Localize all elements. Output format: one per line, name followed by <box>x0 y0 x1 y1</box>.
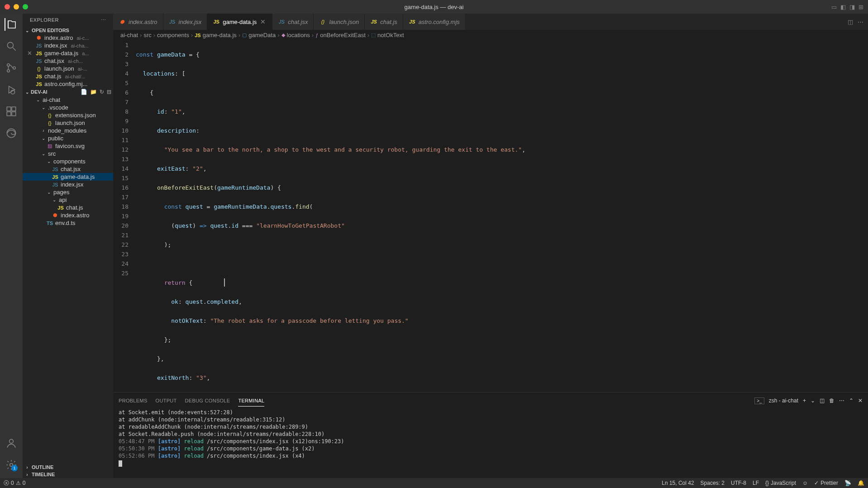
editor-tab[interactable]: JSchat.jsx <box>272 14 314 30</box>
settings-badge: 1 <box>11 465 18 471</box>
extensions-icon[interactable] <box>5 105 18 118</box>
file-item[interactable]: JSgame-data.js <box>23 173 113 181</box>
toggle-sidebar-icon[interactable]: ◧ <box>840 4 846 10</box>
folder-item[interactable]: ⌄api <box>23 196 113 204</box>
output-tab[interactable]: OUTPUT <box>156 395 177 406</box>
file-item[interactable]: JSindex.jsx <box>23 181 113 188</box>
split-editor-icon[interactable]: ◫ <box>848 19 853 25</box>
open-editors-list: ⬢index.astroai-c... JSindex.jsxai-cha...… <box>23 34 113 88</box>
status-language[interactable]: {}JavaScript <box>765 480 796 486</box>
status-cursor-position[interactable]: Ln 15, Col 42 <box>662 480 694 486</box>
close-window-button[interactable] <box>5 4 10 10</box>
open-editor-item[interactable]: ✕JSgame-data.jsa... <box>23 49 113 57</box>
breadcrumbs[interactable]: ai-chat› src› components› JSgame-data.js… <box>113 30 868 40</box>
problems-tab[interactable]: PROBLEMS <box>119 395 148 406</box>
terminal-label[interactable]: zsh - ai-chat <box>769 397 798 404</box>
status-encoding[interactable]: UTF-8 <box>731 480 746 486</box>
chevron-right-icon: › <box>24 465 30 470</box>
folder-item[interactable]: ⌄ai-chat <box>23 96 113 104</box>
close-panel-icon[interactable]: ✕ <box>858 397 863 404</box>
new-terminal-icon[interactable]: + <box>803 397 806 404</box>
new-file-icon[interactable]: 📄 <box>81 89 87 95</box>
folder-item[interactable]: ⌄public <box>23 134 113 142</box>
folder-item[interactable]: ⌄.vscode <box>23 104 113 111</box>
split-terminal-icon[interactable]: ◫ <box>820 397 825 404</box>
open-editor-item[interactable]: ⬢index.astroai-c... <box>23 34 113 42</box>
edge-icon[interactable] <box>5 127 18 139</box>
editor-tab[interactable]: {}launch.json <box>314 14 365 30</box>
file-item[interactable]: JSchat.jsx <box>23 165 113 173</box>
open-editor-item[interactable]: JSindex.jsxai-cha... <box>23 42 113 49</box>
open-editors-section[interactable]: ⌄ OPEN EDITORS <box>23 27 113 34</box>
run-debug-icon[interactable] <box>5 83 18 96</box>
svg-point-2 <box>7 64 10 66</box>
status-eol[interactable]: LF <box>753 480 759 486</box>
chevron-right-icon: › <box>24 472 30 477</box>
terminal-dropdown-icon[interactable]: ⌄ <box>811 397 815 404</box>
editor-tab[interactable]: ⬢index.astro <box>113 14 163 30</box>
sidebar: EXPLORER ⋯ ⌄ OPEN EDITORS ⬢index.astroai… <box>23 14 113 478</box>
toggle-secondary-icon[interactable]: ◨ <box>849 4 855 10</box>
open-editor-item[interactable]: JSchat.jsxai-ch... <box>23 57 113 65</box>
layout-controls: ▭ ◧ ◨ ⊞ <box>831 4 863 10</box>
more-terminal-icon[interactable]: ⋯ <box>839 397 844 404</box>
toggle-panel-icon[interactable]: ▭ <box>831 4 837 10</box>
sidebar-more-icon[interactable]: ⋯ <box>101 17 106 23</box>
new-folder-icon[interactable]: 📁 <box>90 89 97 95</box>
explorer-icon[interactable] <box>5 18 17 31</box>
settings-gear-icon[interactable]: 1 <box>5 459 18 471</box>
editor-tab[interactable]: JSgame-data.js✕ <box>207 14 272 30</box>
accounts-icon[interactable] <box>5 437 18 450</box>
warning-icon: ⚠ <box>16 480 21 486</box>
status-bell-icon[interactable]: 🔔 <box>858 480 864 486</box>
terminal-shell-icon[interactable]: >_ <box>754 397 764 404</box>
open-editor-item[interactable]: {}launch.jsonai-... <box>23 65 113 72</box>
kill-terminal-icon[interactable]: 🗑 <box>829 397 835 404</box>
svg-point-3 <box>7 70 10 72</box>
folder-item[interactable]: ⌄src <box>23 150 113 158</box>
svg-point-12 <box>10 439 14 443</box>
terminal-tab[interactable]: TERMINAL <box>238 395 264 407</box>
svg-rect-7 <box>7 107 11 111</box>
error-icon: ⓧ <box>4 479 9 487</box>
code-editor[interactable]: 1234567891011121314151617181920212223242… <box>113 40 868 392</box>
source-control-icon[interactable] <box>5 62 18 74</box>
status-prettier[interactable]: ✓Prettier <box>814 480 838 486</box>
more-actions-icon[interactable]: ⋯ <box>858 19 863 25</box>
maximize-window-button[interactable] <box>23 4 28 10</box>
file-item[interactable]: {}extensions.json <box>23 111 113 119</box>
terminal-output[interactable]: at Socket.emit (node:events:527:28) at a… <box>113 407 868 478</box>
search-icon[interactable] <box>5 40 18 53</box>
maximize-panel-icon[interactable]: ⌃ <box>849 397 854 404</box>
open-editor-item[interactable]: JSchat.jsai-chat/... <box>23 72 113 80</box>
editor-tab[interactable]: JSastro.config.mjs <box>403 14 466 30</box>
status-errors[interactable]: ⓧ0 ⚠0 <box>4 479 25 487</box>
workspace-section[interactable]: ⌄ DEV-AI 📄 📁 ↻ ⊟ <box>23 88 113 96</box>
file-item[interactable]: ▨favicon.svg <box>23 142 113 150</box>
file-item[interactable]: JSchat.js <box>23 204 113 211</box>
folder-item[interactable]: ›node_modules <box>23 127 113 134</box>
customize-layout-icon[interactable]: ⊞ <box>858 4 863 10</box>
debug-console-tab[interactable]: DEBUG CONSOLE <box>185 395 230 406</box>
svg-rect-8 <box>12 107 16 111</box>
status-indentation[interactable]: Spaces: 2 <box>701 480 725 486</box>
file-item[interactable]: TSenv.d.ts <box>23 219 113 227</box>
open-editor-item[interactable]: JSastro.config.mj... <box>23 80 113 88</box>
timeline-section[interactable]: › TIMELINE <box>23 471 113 478</box>
close-tab-icon[interactable]: ✕ <box>259 18 267 25</box>
refresh-icon[interactable]: ↻ <box>100 89 104 95</box>
status-broadcast-icon[interactable]: 📡 <box>844 480 851 486</box>
folder-item[interactable]: ⌄components <box>23 158 113 165</box>
collapse-icon[interactable]: ⊟ <box>107 89 111 95</box>
file-item[interactable]: ⬢index.astro <box>23 211 113 219</box>
editor-tab[interactable]: JSchat.js <box>365 14 403 30</box>
outline-section[interactable]: › OUTLINE <box>23 464 113 471</box>
folder-item[interactable]: ⌄pages <box>23 188 113 196</box>
minimize-window-button[interactable] <box>14 4 19 10</box>
code-content[interactable]: const gameData = { locations: [ { id: "1… <box>136 40 868 392</box>
file-item[interactable]: {}launch.json <box>23 119 113 127</box>
activity-bar: 1 <box>0 14 23 478</box>
editor-tab[interactable]: JSindex.jsx <box>163 14 208 30</box>
status-feedback-icon[interactable]: ☺ <box>802 480 808 486</box>
close-icon[interactable]: ✕ <box>27 50 33 57</box>
